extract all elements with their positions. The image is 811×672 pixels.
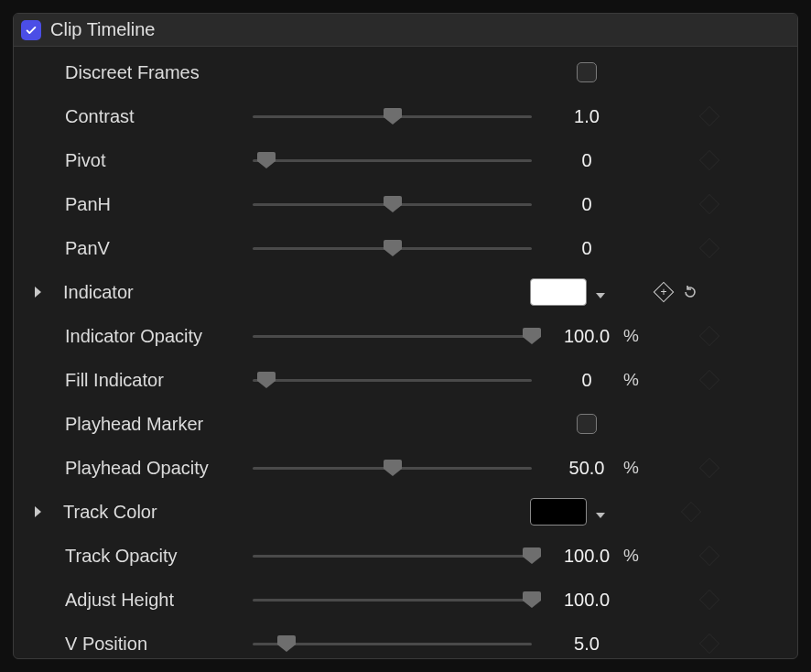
keyframe-icon[interactable] bbox=[699, 150, 720, 171]
disclosure-indicator[interactable] bbox=[32, 286, 49, 298]
slider-thumb-pivot[interactable] bbox=[256, 150, 276, 170]
slider-thumb-contrast[interactable] bbox=[383, 106, 403, 126]
reset-icon bbox=[682, 284, 698, 300]
value-contrast[interactable]: 1.0 bbox=[532, 106, 642, 127]
row-track-color: Track Color bbox=[14, 490, 797, 534]
value-indicator-opacity[interactable]: 100.0 bbox=[564, 326, 610, 346]
slider-thumb-playhead-opacity[interactable] bbox=[383, 458, 403, 478]
checkmark-icon bbox=[25, 24, 38, 37]
label-pivot: Pivot bbox=[65, 150, 253, 171]
row-track-opacity: Track Opacity 100.0 % bbox=[14, 534, 797, 578]
keyframe-icon[interactable] bbox=[681, 502, 702, 523]
label-panh: PanH bbox=[65, 194, 253, 215]
color-dropdown-track[interactable] bbox=[594, 505, 607, 518]
slider-fill-indicator[interactable] bbox=[253, 379, 532, 382]
chevron-right-icon bbox=[32, 286, 43, 298]
slider-thumb-icon bbox=[383, 458, 403, 478]
slider-panh[interactable] bbox=[253, 203, 532, 206]
slider-thumb-icon bbox=[383, 106, 403, 126]
keyframe-icon[interactable] bbox=[699, 546, 720, 567]
label-playhead-opacity: Playhead Opacity bbox=[65, 458, 253, 479]
label-fill-indicator: Fill Indicator bbox=[65, 370, 253, 391]
slider-indicator-opacity[interactable] bbox=[253, 335, 532, 338]
label-track-opacity: Track Opacity bbox=[65, 546, 253, 567]
label-panv: PanV bbox=[65, 238, 253, 259]
value-panh[interactable]: 0 bbox=[532, 194, 642, 215]
slider-thumb-fill-indicator[interactable] bbox=[256, 370, 276, 390]
slider-thumb-v-position[interactable] bbox=[276, 634, 297, 654]
panel-header: Clip Timeline bbox=[14, 14, 797, 47]
row-pivot: Pivot 0 bbox=[14, 138, 797, 182]
unit-percent: % bbox=[623, 458, 639, 478]
slider-adjust-height[interactable] bbox=[253, 599, 532, 602]
value-v-position[interactable]: 5.0 bbox=[532, 634, 642, 655]
label-indicator-opacity: Indicator Opacity bbox=[65, 326, 253, 347]
keyframe-icon[interactable] bbox=[699, 370, 720, 391]
slider-thumb-icon bbox=[256, 150, 276, 170]
keyframe-icon[interactable] bbox=[699, 326, 720, 347]
unit-percent: % bbox=[623, 370, 639, 390]
panel-title: Clip Timeline bbox=[50, 19, 155, 40]
label-adjust-height: Adjust Height bbox=[65, 590, 253, 611]
color-swatch-indicator[interactable] bbox=[530, 278, 587, 306]
slider-thumb-icon bbox=[276, 634, 297, 654]
parameter-rows: Discreet Frames Contrast 1.0 bbox=[14, 47, 797, 659]
row-discreet-frames: Discreet Frames bbox=[14, 50, 797, 94]
slider-pivot[interactable] bbox=[253, 159, 532, 162]
add-keyframe-button[interactable]: + bbox=[654, 283, 673, 301]
unit-percent: % bbox=[623, 546, 639, 566]
row-fill-indicator: Fill Indicator 0 % bbox=[14, 358, 797, 402]
color-swatch-track[interactable] bbox=[530, 498, 587, 526]
slider-playhead-opacity[interactable] bbox=[253, 467, 532, 470]
reset-button[interactable] bbox=[682, 284, 698, 300]
label-contrast: Contrast bbox=[65, 106, 253, 127]
keyframe-icon[interactable] bbox=[699, 590, 720, 611]
disclosure-track-color[interactable] bbox=[32, 505, 49, 518]
checkbox-playhead-marker[interactable] bbox=[577, 414, 597, 434]
slider-thumb-icon bbox=[383, 194, 403, 214]
keyframe-icon[interactable] bbox=[699, 458, 720, 479]
value-playhead-opacity[interactable]: 50.0 bbox=[569, 458, 605, 478]
row-v-position: V Position 5.0 bbox=[14, 622, 797, 659]
keyframe-icon[interactable] bbox=[699, 634, 720, 655]
row-contrast: Contrast 1.0 bbox=[14, 94, 797, 138]
row-indicator-opacity: Indicator Opacity 100.0 % bbox=[14, 314, 797, 358]
label-indicator: Indicator bbox=[63, 282, 234, 303]
checkbox-discreet-frames[interactable] bbox=[577, 62, 597, 82]
slider-thumb-icon bbox=[256, 370, 276, 390]
value-panv[interactable]: 0 bbox=[532, 238, 642, 259]
slider-thumb-panh[interactable] bbox=[383, 194, 403, 214]
slider-thumb-panv[interactable] bbox=[383, 238, 403, 258]
clip-timeline-panel: Clip Timeline Discreet Frames Contrast bbox=[13, 13, 798, 659]
label-v-position: V Position bbox=[65, 634, 253, 655]
keyframe-icon[interactable] bbox=[699, 106, 720, 127]
label-discreet-frames: Discreet Frames bbox=[65, 62, 253, 83]
row-panv: PanV 0 bbox=[14, 226, 797, 270]
slider-v-position[interactable] bbox=[253, 643, 532, 645]
row-adjust-height: Adjust Height 100.0 bbox=[14, 578, 797, 622]
value-pivot[interactable]: 0 bbox=[532, 150, 642, 171]
slider-thumb-icon bbox=[383, 238, 403, 258]
label-track-color: Track Color bbox=[63, 502, 234, 523]
row-playhead-marker: Playhead Marker bbox=[14, 402, 797, 446]
chevron-down-icon bbox=[594, 289, 607, 302]
value-adjust-height[interactable]: 100.0 bbox=[532, 590, 642, 611]
unit-percent: % bbox=[623, 326, 639, 346]
value-track-opacity[interactable]: 100.0 bbox=[564, 546, 610, 566]
row-indicator: Indicator + bbox=[14, 270, 797, 314]
label-playhead-marker: Playhead Marker bbox=[65, 414, 253, 435]
row-panh: PanH 0 bbox=[14, 182, 797, 226]
chevron-down-icon bbox=[594, 509, 607, 522]
slider-contrast[interactable] bbox=[253, 115, 532, 118]
value-fill-indicator[interactable]: 0 bbox=[581, 370, 591, 390]
color-dropdown-indicator[interactable] bbox=[594, 286, 607, 298]
slider-panv[interactable] bbox=[253, 247, 532, 250]
chevron-right-icon bbox=[32, 505, 43, 518]
keyframe-icon[interactable] bbox=[699, 194, 720, 215]
panel-enable-checkbox[interactable] bbox=[21, 20, 41, 40]
slider-track-opacity[interactable] bbox=[253, 555, 532, 558]
row-playhead-opacity: Playhead Opacity 50.0 % bbox=[14, 446, 797, 490]
keyframe-icon[interactable] bbox=[699, 238, 720, 259]
